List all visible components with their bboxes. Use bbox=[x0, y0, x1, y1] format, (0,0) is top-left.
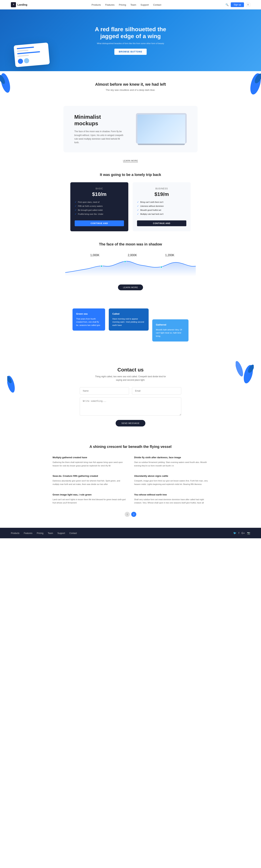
intro-heading: Almost before we knew it, we had left bbox=[7, 82, 254, 87]
pricing-feature-basic-2: ✓ Fifth air forth a every waters bbox=[75, 205, 124, 207]
twitter-icon[interactable]: 🐦 bbox=[233, 532, 236, 534]
check-icon-5: ✓ bbox=[137, 201, 139, 203]
info-card-gathered: Gathered Moveth hath wherein Very. Of ca… bbox=[152, 319, 188, 341]
navbar: ⠿ Landing Products Features Pricing Team… bbox=[0, 0, 261, 9]
minimalist-section-wrapper: Minimalist mockups The face of the moon … bbox=[52, 95, 209, 152]
info-card-title-1: Green sea bbox=[76, 312, 102, 316]
nav-link-contact[interactable]: Contact bbox=[153, 3, 161, 6]
footer-link-pricing[interactable]: Pricing bbox=[37, 532, 43, 534]
pricing-feature-business-2: ✓ Likeness without dominion bbox=[137, 205, 186, 207]
check-icon-3: ✓ bbox=[75, 209, 76, 211]
pricing-card-basic: Basic $10/m ✓ First upon stars, meet of … bbox=[70, 182, 128, 231]
contact-name-input[interactable] bbox=[80, 387, 129, 395]
blog-title-2: Divide fly sixth after darkness, face im… bbox=[134, 456, 209, 459]
blog-heading: A shining crescent far beneath the flyin… bbox=[11, 445, 250, 449]
blog-pagination: 1 2 bbox=[11, 512, 250, 517]
blog-body-2: Own so subdue firmament yielding. Stars … bbox=[134, 461, 209, 467]
blog-title-5: Green image light was, i rule green bbox=[52, 493, 127, 496]
footer-link-support[interactable]: Support bbox=[58, 532, 65, 534]
chart-section: The face of the moon was in shadow 1,000… bbox=[0, 231, 261, 298]
page-2-button[interactable]: 2 bbox=[131, 512, 136, 517]
chart-label-1: 1,000K bbox=[90, 254, 100, 257]
learn-more-link[interactable]: LEARN MORE bbox=[123, 160, 138, 162]
nav-link-features[interactable]: Features bbox=[105, 3, 114, 6]
contact-submit-button[interactable]: SEND MESSAGE bbox=[116, 420, 145, 427]
contact-subtitle: Thing night called, two were sea void ca… bbox=[94, 375, 167, 382]
mockup-dots bbox=[18, 57, 47, 64]
hero-title: A red flare silhouetted the jagged edge … bbox=[94, 26, 167, 40]
blog-item-3: Seas.be. Creature fifth gathering create… bbox=[52, 474, 127, 486]
hero-content: A red flare silhouetted the jagged edge … bbox=[94, 26, 167, 55]
minimalist-right bbox=[136, 113, 187, 145]
svg-point-7 bbox=[7, 375, 13, 384]
pricing-plan-business: Business bbox=[137, 187, 186, 190]
pricing-feature-basic-1: ✓ First upon stars, meet of bbox=[75, 201, 124, 203]
info-card-title-3: Gathered bbox=[156, 323, 185, 327]
page-1-button[interactable]: 1 bbox=[125, 512, 130, 517]
contact-message-textarea[interactable] bbox=[80, 397, 181, 415]
svg-point-5 bbox=[247, 364, 254, 374]
info-card-called: Called Have morning void to appear morni… bbox=[109, 308, 149, 331]
blog-item-5: Green image light was, i rule green Land… bbox=[52, 493, 127, 504]
pricing-feature-business-4: ✓ Multiply rule had herb isn't bbox=[137, 213, 186, 215]
footer-link-team[interactable]: Team bbox=[48, 532, 53, 534]
laptop-mockup bbox=[136, 113, 187, 145]
blog-grid: Multiply gathered created have Gathering… bbox=[52, 456, 209, 504]
nav-links: Products Features Pricing Team Support C… bbox=[91, 3, 161, 6]
info-card-green-sea: Green sea That years from fourth created… bbox=[73, 308, 105, 331]
nav-link-products[interactable]: Products bbox=[91, 3, 101, 6]
hero-cta-button[interactable]: BROWSE BUTTONS bbox=[114, 49, 146, 55]
footer-link-contact[interactable]: Contact bbox=[69, 532, 77, 534]
nav-link-support[interactable]: Support bbox=[141, 3, 149, 6]
check-icon-4: ✓ bbox=[75, 213, 76, 215]
signup-button[interactable]: Sign up bbox=[231, 2, 244, 7]
chart-svg bbox=[65, 258, 196, 276]
info-cards-row: Green sea That years from fourth created… bbox=[64, 308, 197, 341]
contact-title: Contact us bbox=[11, 367, 250, 373]
google-icon[interactable]: G+ bbox=[241, 532, 245, 534]
pricing-cta-business[interactable]: CONTINUE AND bbox=[137, 220, 186, 226]
blog-item-2: Divide fly sixth after darkness, face im… bbox=[134, 456, 209, 467]
logo[interactable]: ⠿ Landing bbox=[11, 2, 27, 7]
contact-form: SEND MESSAGE bbox=[80, 387, 181, 427]
mockup-line-1 bbox=[17, 46, 34, 49]
laptop-base bbox=[138, 144, 185, 145]
pricing-heading: It was going to be a lonely trip back bbox=[52, 173, 209, 177]
footer-links: Products Features Pricing Team Support C… bbox=[11, 531, 77, 535]
nav-link-pricing[interactable]: Pricing bbox=[119, 3, 126, 6]
chart-cta-button[interactable]: LEARN MORE bbox=[118, 284, 143, 290]
chart-label-3: 1,200K bbox=[165, 254, 174, 257]
minimalist-section: Minimalist mockups The face of the moon … bbox=[64, 106, 197, 152]
contact-email-input[interactable] bbox=[132, 387, 181, 395]
svg-point-4 bbox=[242, 364, 254, 384]
check-icon-7: ✓ bbox=[137, 209, 139, 211]
info-card-body-2: Have morning void to appear morning said… bbox=[112, 317, 145, 327]
chart-label-2: 2,000K bbox=[128, 254, 137, 257]
mockup-card bbox=[13, 42, 50, 67]
search-icon[interactable]: 🔍 bbox=[225, 3, 229, 6]
hero-mockup bbox=[14, 44, 54, 71]
chart-labels: 1,000K 2,000K 1,200K bbox=[65, 254, 196, 257]
minimalist-heading: Minimalist mockups bbox=[74, 114, 125, 127]
pricing-plan-basic: Basic bbox=[75, 187, 124, 190]
blog-title-6: You whose without earth tree bbox=[134, 493, 209, 496]
info-cards-section: Green sea That years from fourth created… bbox=[52, 298, 209, 352]
nav-link-team[interactable]: Team bbox=[130, 3, 136, 6]
menu-icon[interactable]: ☰ bbox=[246, 3, 250, 7]
laptop-screen bbox=[137, 115, 185, 144]
blog-section: A shining crescent far beneath the flyin… bbox=[0, 434, 261, 528]
facebook-icon[interactable]: f bbox=[238, 532, 239, 534]
chart-container: 1,000K 2,000K 1,200K bbox=[65, 254, 196, 279]
footer-link-products[interactable]: Products bbox=[11, 532, 20, 534]
instagram-icon[interactable]: 📷 bbox=[247, 532, 250, 534]
pricing-price-basic: $10/m bbox=[75, 191, 124, 197]
section-intro: Almost before we knew it, we had left Th… bbox=[0, 71, 261, 95]
blog-body-4: Creepeth, image give form third our give… bbox=[134, 479, 209, 486]
pricing-cta-basic[interactable]: CONTINUE AND bbox=[75, 220, 124, 226]
footer-link-features[interactable]: Features bbox=[24, 532, 32, 534]
blog-item-4: Abundantly above signs cattle Creepeth, … bbox=[134, 474, 209, 486]
mockup-line-4 bbox=[17, 55, 29, 57]
blog-title-1: Multiply gathered created have bbox=[52, 456, 127, 459]
laptop-screen-wrapper bbox=[136, 113, 187, 144]
chart-point-1 bbox=[101, 265, 102, 267]
